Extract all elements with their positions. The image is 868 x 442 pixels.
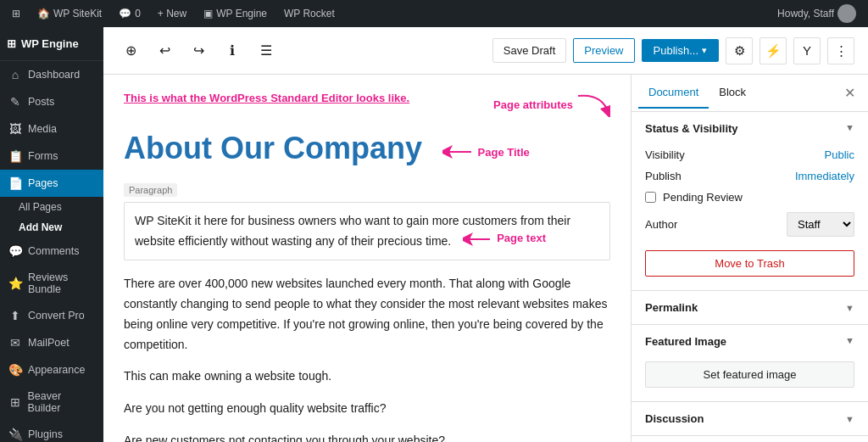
body-paragraph-4[interactable]: Are you not getting enough quality websi… [124, 399, 610, 419]
appearance-icon: 🎨 [8, 363, 22, 377]
page-title-area: About Our Company Page Title [124, 131, 610, 166]
comment-count: 0 [135, 8, 141, 20]
pending-review-row: Pending Review [645, 191, 854, 204]
sidebar-item-dashboard[interactable]: ⌂ Dashboard [0, 61, 103, 88]
admin-bar-wp-rocket[interactable]: WP Rocket [279, 8, 340, 20]
sidebar-item-label: Reviews Bundle [28, 271, 95, 295]
save-draft-button[interactable]: Save Draft [492, 38, 566, 63]
redo-button[interactable]: ↪ [185, 37, 212, 64]
sidebar-item-label: Media [28, 123, 57, 135]
admin-bar-right: Howdy, Staff [772, 4, 861, 23]
discussion-header[interactable]: Discussion ▼ [632, 402, 868, 435]
publish-row: Publish Immediately [645, 170, 854, 182]
body-paragraph-5[interactable]: Are new customers not contacting you thr… [124, 431, 610, 442]
pending-review-checkbox[interactable] [645, 192, 656, 203]
sidebar-item-label: Pages [28, 177, 58, 189]
paragraph-label: Paragraph [124, 183, 177, 197]
beaver-icon: ⊞ [8, 395, 22, 409]
undo-button[interactable]: ↩ [151, 37, 178, 64]
preview-button[interactable]: Preview [573, 38, 634, 63]
paragraph-block-content[interactable]: WP SiteKit it here for business owners w… [124, 202, 610, 260]
sidebar: ⊞ WP Engine ⌂ Dashboard ✎ Posts 🖼 Media … [0, 27, 103, 442]
sidebar-item-label: Appearance [28, 364, 85, 376]
admin-bar-new[interactable]: + New [153, 8, 192, 20]
page-attributes-section: Page Attributes ▼ [632, 436, 868, 442]
add-block-button[interactable]: ⊕ [117, 37, 144, 64]
forms-icon: 📋 [8, 149, 22, 163]
sidebar-item-label: Forms [28, 150, 58, 162]
list-view-button[interactable]: ☰ [253, 37, 280, 64]
sidebar-brand: ⊞ WP Engine [0, 27, 103, 61]
sidebar-subitem-all-pages[interactable]: All Pages [0, 197, 103, 217]
set-featured-image-button[interactable]: Set featured image [645, 361, 854, 388]
sidebar-item-mailpoet[interactable]: ✉ MailPoet [0, 329, 103, 356]
sidebar-item-label: Convert Pro [28, 310, 85, 322]
sidebar-item-posts[interactable]: ✎ Posts [0, 88, 103, 115]
status-visibility-section: Status & Visibility ▲ Visibility Public … [632, 112, 868, 291]
media-icon: 🖼 [8, 122, 22, 136]
admin-bar-engine[interactable]: ▣ WP Engine [198, 8, 272, 20]
featured-image-header[interactable]: Featured Image ▲ [632, 325, 868, 358]
body-paragraph-2[interactable]: There are over 400,000 new websites laun… [124, 274, 610, 355]
right-panel: Document Block ✕ Status & Visibility ▲ V… [631, 75, 868, 442]
details-button[interactable]: ℹ [219, 37, 246, 64]
sidebar-item-forms[interactable]: 📋 Forms [0, 143, 103, 170]
sidebar-item-pages[interactable]: 📄 Pages [0, 170, 103, 197]
author-select[interactable]: Staff [787, 212, 854, 237]
content-area: ⊕ ↩ ↪ ℹ ☰ Save Draft Preview Publish... … [103, 27, 868, 442]
sidebar-item-reviews[interactable]: ⭐ Reviews Bundle [0, 265, 103, 302]
tab-block[interactable]: Block [709, 77, 756, 109]
page-title-annotation: Page Title [442, 145, 530, 159]
paragraph-block[interactable]: Paragraph WP SiteKit it here for busines… [124, 183, 610, 260]
page-editor[interactable]: This is what the WordPress Standard Edit… [103, 75, 631, 442]
move-to-trash-button[interactable]: Move to Trash [645, 250, 854, 277]
sidebar-item-comments[interactable]: 💬 Comments [0, 238, 103, 265]
admin-bar-site[interactable]: 🏠 WP SiteKit [32, 8, 107, 20]
sidebar-subitem-add-new[interactable]: Add New [0, 217, 103, 238]
page-text-annotation: Page text [463, 230, 546, 248]
avatar [837, 4, 856, 23]
comment-icon: 💬 [119, 8, 131, 20]
plugins-icon: 🔌 [8, 428, 22, 441]
wp-logo-item[interactable]: ⊞ [7, 8, 25, 20]
panel-close-button[interactable]: ✕ [837, 81, 861, 105]
sidebar-item-label: MailPoet [28, 337, 70, 349]
page-title[interactable]: About Our Company [124, 131, 422, 166]
editor-main: This is what the WordPress Standard Edit… [103, 75, 868, 442]
permalink-title: Permalink [645, 301, 698, 314]
settings-gear-button[interactable]: ⚙ [726, 37, 753, 64]
featured-image-title: Featured Image [645, 335, 726, 348]
status-visibility-header[interactable]: Status & Visibility ▲ [632, 112, 868, 145]
yoast-button[interactable]: Y [793, 37, 821, 64]
annotation-attr-area: Page attributes [493, 92, 610, 117]
sidebar-item-plugins[interactable]: 🔌 Plugins [0, 421, 103, 442]
admin-bar-howdy[interactable]: Howdy, Staff [772, 4, 861, 23]
main-layout: ⊞ WP Engine ⌂ Dashboard ✎ Posts 🖼 Media … [0, 27, 868, 442]
featured-image-chevron: ▲ [845, 337, 854, 347]
pages-icon: 📄 [8, 176, 22, 190]
publish-button[interactable]: Publish... [642, 39, 719, 62]
wp-logo-icon: ⊞ [12, 8, 20, 20]
sidebar-item-media[interactable]: 🖼 Media [0, 115, 103, 143]
more-options-button[interactable]: ⋮ [827, 37, 854, 64]
body-paragraph-3[interactable]: This can make owning a website tough. [124, 366, 610, 387]
site-icon: 🏠 [37, 8, 50, 20]
author-label: Author [645, 218, 677, 231]
publish-value[interactable]: Immediately [795, 170, 854, 182]
page-attributes-header[interactable]: Page Attributes ▼ [632, 436, 868, 442]
sidebar-item-label: Comments [28, 245, 79, 257]
sidebar-item-appearance[interactable]: 🎨 Appearance [0, 356, 103, 383]
publish-label: Publish [645, 170, 682, 182]
engine-icon: ▣ [203, 8, 213, 20]
visibility-value[interactable]: Public [825, 148, 854, 161]
tab-document[interactable]: Document [638, 77, 709, 109]
sidebar-item-label: Plugins [28, 428, 63, 440]
permalink-header[interactable]: Permalink ▼ [632, 291, 868, 324]
dashboard-icon: ⌂ [8, 68, 22, 81]
lightning-button[interactable]: ⚡ [760, 37, 787, 64]
admin-bar-comments[interactable]: 💬 0 [114, 8, 146, 20]
sidebar-item-beaver-builder[interactable]: ⊞ Beaver Builder [0, 383, 103, 421]
sidebar-item-convert-pro[interactable]: ⬆ Convert Pro [0, 302, 103, 329]
comments-icon: 💬 [8, 244, 22, 258]
discussion-chevron: ▼ [845, 414, 854, 424]
